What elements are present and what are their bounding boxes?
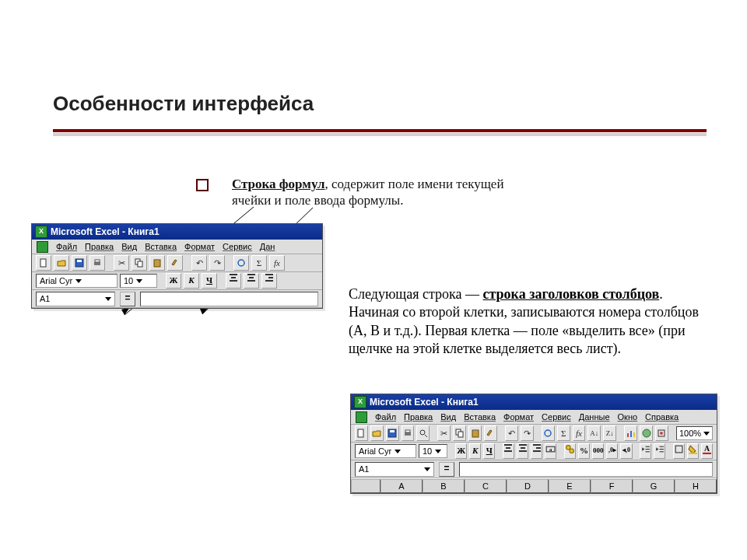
sort-desc-icon[interactable]: Z↓ (603, 425, 616, 441)
name-box[interactable]: A1 (355, 462, 434, 477)
font-name-combo[interactable]: Arial Cyr (36, 274, 117, 288)
column-header[interactable]: A (381, 479, 423, 493)
menu-insert[interactable]: Вставка (464, 412, 496, 422)
decrease-indent-button[interactable] (640, 443, 651, 459)
paste-icon[interactable] (468, 425, 482, 441)
fill-color-button[interactable] (687, 443, 699, 459)
redo-icon[interactable]: ↷ (209, 255, 225, 271)
select-all-cell[interactable] (351, 479, 381, 493)
open-icon[interactable] (370, 425, 384, 441)
font-size-combo[interactable]: 10 (120, 274, 157, 288)
edit-formula-button[interactable]: = (439, 462, 454, 477)
edit-formula-button[interactable]: = (120, 292, 135, 306)
align-left-button[interactable] (226, 273, 241, 289)
font-size-combo[interactable]: 10 (419, 444, 448, 458)
menu-edit[interactable]: Правка (404, 412, 433, 422)
svg-point-29 (643, 429, 651, 437)
font-name-combo[interactable]: Arial Cyr (355, 444, 416, 458)
borders-button[interactable] (673, 443, 685, 459)
new-icon[interactable] (355, 425, 368, 441)
function-icon[interactable]: fx (573, 425, 586, 441)
copy-icon[interactable] (453, 425, 466, 441)
menu-view[interactable]: Вид (121, 242, 137, 251)
comma-button[interactable]: 000 (592, 443, 605, 459)
decrease-decimal-button[interactable]: ◂,0 (620, 443, 632, 459)
chart-icon[interactable] (624, 425, 637, 441)
bold-button[interactable]: Ж (166, 273, 181, 289)
menu-tools[interactable]: Сервис (542, 412, 571, 422)
new-icon[interactable] (36, 255, 51, 271)
menu-file[interactable]: Файл (375, 412, 396, 422)
open-icon[interactable] (54, 255, 69, 271)
name-box[interactable]: A1 (36, 292, 115, 306)
save-icon[interactable] (72, 255, 87, 271)
standard-toolbar: ✂ ↶ ↷ Σ fx A↓ Z↓ 100% (351, 425, 717, 443)
cut-icon[interactable]: ✂ (437, 425, 451, 441)
italic-button[interactable]: К (469, 443, 481, 459)
formula-input[interactable] (459, 462, 713, 477)
menu-edit[interactable]: Правка (85, 242, 114, 251)
underline-button[interactable]: Ч (483, 443, 495, 459)
document-icon (37, 241, 48, 253)
bold-button[interactable]: Ж (455, 443, 467, 459)
save-icon[interactable] (386, 425, 399, 441)
increase-indent-button[interactable] (654, 443, 665, 459)
formula-input[interactable] (140, 292, 318, 306)
copy-icon[interactable] (132, 255, 147, 271)
redo-icon[interactable]: ↷ (521, 425, 534, 441)
drawing-icon[interactable] (655, 425, 668, 441)
underline-button[interactable]: Ч (202, 273, 217, 289)
percent-button[interactable]: % (578, 443, 590, 459)
print-icon[interactable] (402, 425, 415, 441)
autosum-icon[interactable]: Σ (557, 425, 570, 441)
merge-center-button[interactable]: a (545, 443, 556, 459)
autosum-icon[interactable]: Σ (251, 255, 267, 271)
column-header-row: A B C D E F G H (351, 478, 717, 493)
hyperlink-icon[interactable] (542, 425, 555, 441)
print-icon[interactable] (89, 255, 105, 271)
format-painter-icon[interactable] (167, 255, 183, 271)
menu-insert[interactable]: Вставка (145, 242, 177, 251)
svg-rect-7 (94, 262, 100, 265)
currency-button[interactable] (564, 443, 576, 459)
align-center-button[interactable] (244, 273, 259, 289)
increase-decimal-button[interactable]: ,0▸ (606, 443, 618, 459)
align-center-button[interactable] (517, 443, 528, 459)
column-header[interactable]: B (423, 479, 465, 493)
column-header[interactable]: F (591, 479, 633, 493)
cut-icon[interactable]: ✂ (114, 255, 129, 271)
hyperlink-icon[interactable] (233, 255, 249, 271)
paste-icon[interactable] (149, 255, 165, 271)
sort-asc-icon[interactable]: A↓ (587, 425, 601, 441)
column-header[interactable]: H (675, 479, 717, 493)
italic-button[interactable]: К (184, 273, 199, 289)
menu-help[interactable]: Справка (645, 412, 679, 422)
menu-file[interactable]: Файл (56, 242, 77, 251)
menu-data[interactable]: Данные (579, 412, 610, 422)
menu-format[interactable]: Формат (503, 412, 534, 422)
undo-icon[interactable]: ↶ (505, 425, 518, 441)
print-preview-icon[interactable] (416, 425, 430, 441)
svg-point-13 (238, 260, 244, 266)
function-icon[interactable]: fx (269, 255, 285, 271)
zoom-combo[interactable]: 100% (676, 426, 713, 440)
format-painter-icon[interactable] (484, 425, 497, 441)
align-right-button[interactable] (261, 273, 277, 289)
menu-view[interactable]: Вид (440, 412, 456, 422)
font-color-button[interactable]: A (701, 443, 713, 459)
menu-format[interactable]: Формат (184, 242, 215, 251)
menu-tools[interactable]: Сервис (223, 242, 252, 251)
svg-rect-42 (675, 446, 682, 453)
menu-data[interactable]: Дан (260, 242, 275, 251)
align-right-button[interactable] (531, 443, 542, 459)
excel-app-icon: X (35, 226, 47, 238)
column-header[interactable]: C (465, 479, 507, 493)
column-header[interactable]: D (507, 479, 549, 493)
undo-icon[interactable]: ↶ (191, 255, 207, 271)
document-icon (356, 411, 367, 423)
column-header[interactable]: G (633, 479, 675, 493)
column-header[interactable]: E (549, 479, 591, 493)
map-icon[interactable] (640, 425, 653, 441)
align-left-button[interactable] (503, 443, 514, 459)
menu-window[interactable]: Окно (618, 412, 638, 422)
